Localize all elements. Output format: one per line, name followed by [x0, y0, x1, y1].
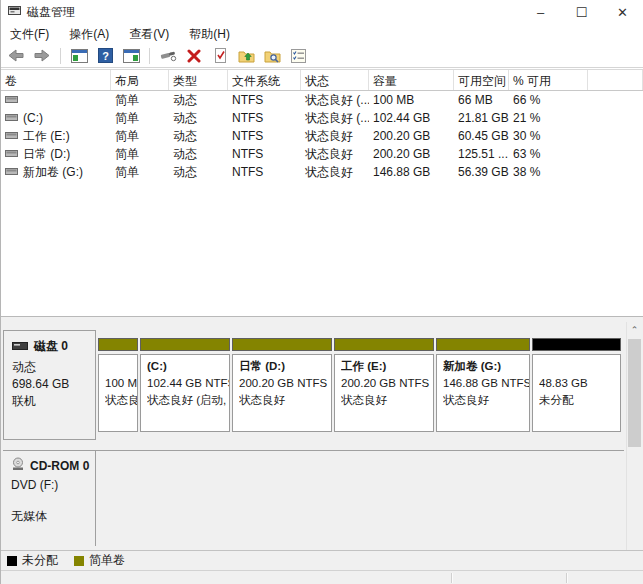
simple-volume-color-swatch — [74, 556, 84, 566]
cdrom-row: CD-ROM 0 DVD (F:) 无媒体 — [3, 450, 624, 545]
partition-text-line — [539, 358, 620, 375]
column-header-status[interactable]: 状态 — [301, 70, 369, 90]
partition-text-line: 状态良好 — [341, 392, 433, 409]
menu-file[interactable]: 文件(F) — [10, 26, 49, 43]
table-row[interactable]: 工作 (E:)简单动态NTFS状态良好200.20 GB60.45 GB30 % — [1, 127, 643, 145]
help-icon[interactable]: ? — [95, 47, 115, 65]
volume-table-header: 卷 布局 类型 文件系统 状态 容量 可用空间 % 可用 — [1, 69, 643, 91]
table-cell: 动态 — [169, 92, 228, 109]
title-bar: 磁盘管理 – ☐ ✕ — [1, 0, 643, 24]
disk0-info-panel[interactable]: 磁盘 0 动态 698.64 GB 联机 — [3, 330, 96, 440]
partition-block[interactable]: 100 M状态良 — [98, 338, 138, 432]
partition-block[interactable]: 日常 (D:)200.20 GB NTFS状态良好 — [232, 338, 332, 432]
table-cell: 简单 — [111, 146, 169, 163]
volume-name: (C:) — [23, 111, 43, 125]
table-cell: 动态 — [169, 128, 228, 145]
table-cell: 简单 — [111, 128, 169, 145]
scrollbar-thumb[interactable] — [628, 339, 641, 447]
statusbar-divider — [566, 573, 567, 583]
menu-view[interactable]: 查看(V) — [129, 26, 169, 43]
volume-name: 工作 (E:) — [23, 128, 70, 145]
volume-list-pane: 卷 布局 类型 文件系统 状态 容量 可用空间 % 可用 简单动态NTFS状态良… — [1, 69, 643, 316]
table-cell: NTFS — [228, 129, 301, 143]
close-button[interactable]: ✕ — [602, 0, 643, 24]
column-header-type[interactable]: 类型 — [169, 70, 228, 90]
cdrom-icon — [11, 457, 25, 474]
table-row[interactable]: (C:)简单动态NTFS状态良好 (...102.44 GB21.81 GB21… — [1, 109, 643, 127]
column-header-layout[interactable]: 布局 — [111, 70, 169, 90]
menu-action[interactable]: 操作(A) — [69, 26, 109, 43]
partition-text-line: 未分配 — [539, 392, 620, 409]
partition-block[interactable]: 工作 (E:)200.20 GB NTFS状态良好 — [334, 338, 434, 432]
toolbar-separator — [60, 48, 61, 64]
console-tree-icon[interactable] — [69, 47, 89, 65]
table-cell: 56.39 GB — [454, 165, 509, 179]
disk0-status: 联机 — [12, 393, 95, 410]
partition-text-line — [105, 358, 137, 375]
column-header-filler — [588, 70, 643, 90]
partition-info: (C:)102.44 GB NTFS状态良好 (启动, 页 — [140, 354, 230, 432]
legend-simple-volume: 简单卷 — [74, 552, 125, 569]
partition-block[interactable]: (C:)102.44 GB NTFS状态良好 (启动, 页 — [140, 338, 230, 432]
graphical-view-pane: 磁盘 0 动态 698.64 GB 联机 100 M状态良(C:)102.44 … — [1, 320, 643, 550]
table-cell: 63 % — [509, 147, 588, 161]
table-row[interactable]: 简单动态NTFS状态良好 (...100 MB66 MB66 % — [1, 91, 643, 109]
partition-block[interactable]: 新加卷 (G:)146.88 GB NTFS状态良好 — [436, 338, 530, 432]
vertical-scrollbar[interactable]: ⌃ ⌄ — [626, 322, 641, 562]
cdrom-info-panel[interactable]: CD-ROM 0 DVD (F:) 无媒体 — [3, 451, 96, 546]
table-cell: 60.45 GB — [454, 129, 509, 143]
table-cell: NTFS — [228, 93, 301, 107]
volume-icon — [5, 93, 18, 107]
partition-text-line: 100 M — [105, 375, 137, 392]
partition-info: 工作 (E:)200.20 GB NTFS状态良好 — [334, 354, 434, 432]
table-cell: 简单 — [111, 92, 169, 109]
checklist-icon[interactable] — [288, 47, 308, 65]
folder-up-icon[interactable] — [236, 47, 256, 65]
disk0-name: 磁盘 0 — [34, 338, 68, 355]
table-cell: 状态良好 — [301, 164, 369, 181]
pointer-tool-icon[interactable] — [158, 47, 178, 65]
window-title: 磁盘管理 — [27, 4, 75, 21]
table-row[interactable]: 日常 (D:)简单动态NTFS状态良好200.20 GB125.51 ...63… — [1, 145, 643, 163]
volume-icon — [5, 147, 18, 161]
partition-text-line: 工作 (E:) — [341, 358, 433, 375]
column-header-fs[interactable]: 文件系统 — [228, 70, 301, 90]
table-cell: 状态良好 — [301, 146, 369, 163]
volume-table-body: 简单动态NTFS状态良好 (...100 MB66 MB66 %(C:)简单动态… — [1, 91, 643, 181]
disk0-partitions: 100 M状态良(C:)102.44 GB NTFS状态良好 (启动, 页日常 … — [98, 338, 621, 432]
partition-info: 100 M状态良 — [98, 354, 138, 432]
partition-text-line: 状态良 — [105, 392, 137, 409]
column-header-free[interactable]: 可用空间 — [454, 70, 509, 90]
disk0-type: 动态 — [12, 359, 95, 376]
status-bar — [1, 570, 643, 584]
partition-text-line: 200.20 GB NTFS — [341, 375, 433, 392]
folder-search-icon[interactable] — [262, 47, 282, 65]
column-header-capacity[interactable]: 容量 — [369, 70, 454, 90]
disk-management-window: 磁盘管理 – ☐ ✕ 文件(F) 操作(A) 查看(V) 帮助(H) — [0, 0, 643, 584]
page-check-icon[interactable] — [210, 47, 230, 65]
maximize-button[interactable]: ☐ — [561, 0, 602, 24]
partition-block[interactable]: 48.83 GB未分配 — [532, 338, 621, 432]
action-pane-icon[interactable] — [121, 47, 141, 65]
delete-volume-icon[interactable] — [184, 47, 204, 65]
column-header-volume[interactable]: 卷 — [1, 70, 111, 90]
table-row[interactable]: 新加卷 (G:)简单动态NTFS状态良好146.88 GB56.39 GB38 … — [1, 163, 643, 181]
partition-text-line: 102.44 GB NTFS — [147, 375, 229, 392]
forward-icon[interactable] — [32, 47, 52, 65]
table-cell: 66 MB — [454, 93, 509, 107]
scroll-up-icon[interactable]: ⌃ — [627, 322, 642, 337]
minimize-button[interactable]: – — [520, 0, 561, 24]
partition-color-strip — [232, 338, 332, 351]
partition-text-line: (C:) — [147, 358, 229, 375]
menu-bar: 文件(F) 操作(A) 查看(V) 帮助(H) — [1, 24, 643, 44]
table-cell: 100 MB — [369, 93, 454, 107]
volume-name: 新加卷 (G:) — [23, 164, 83, 181]
partition-info: 日常 (D:)200.20 GB NTFS状态良好 — [232, 354, 332, 432]
back-icon[interactable] — [6, 47, 26, 65]
disk-icon — [12, 340, 28, 354]
menu-help[interactable]: 帮助(H) — [189, 26, 230, 43]
table-cell: NTFS — [228, 111, 301, 125]
column-header-pct[interactable]: % 可用 — [509, 70, 588, 90]
cdrom-name: CD-ROM 0 — [30, 459, 89, 473]
partition-color-strip — [98, 338, 138, 351]
